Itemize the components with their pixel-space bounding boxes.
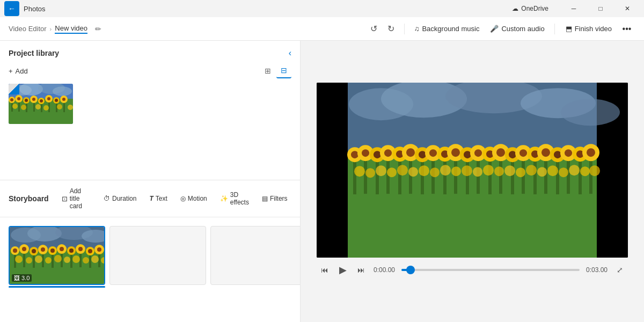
svg-point-162 [387,167,397,177]
svg-rect-93 [353,157,356,194]
add-title-card-label: Add title card [70,187,82,210]
svg-point-36 [68,105,73,110]
svg-point-12 [17,97,20,100]
svg-point-21 [40,99,43,103]
progress-bar[interactable] [401,269,580,271]
svg-point-15 [25,99,28,102]
svg-point-163 [397,165,408,175]
duration-icon: ⏱ [104,195,110,202]
svg-point-171 [483,165,494,175]
skip-back-button[interactable]: ⏮ [317,262,333,278]
bg-music-icon: ♫ [414,25,420,33]
svg-point-159 [354,166,365,177]
duration-label: Duration [112,195,136,202]
library-header: Project library ‹ [0,41,300,63]
svg-point-24 [47,97,50,100]
close-button[interactable]: ✕ [615,0,640,17]
view-toggle: ⊞ ⊟ [260,63,291,78]
svg-point-140 [519,149,527,157]
undo-button[interactable]: ↺ [365,20,383,38]
back-button[interactable]: ← [4,1,19,16]
video-controls: ⏮ ▶ ⏭ 0:00.00 0:03.00 ⤢ [317,258,628,280]
duration-button[interactable]: ⏱ Duration [99,193,141,204]
project-library: Project library ‹ + Add ⊞ ⊟ [0,41,300,180]
collapse-button[interactable]: ‹ [289,48,291,58]
svg-point-172 [494,166,504,176]
separator-2 [554,24,555,34]
story-card-3[interactable] [210,226,300,285]
svg-point-113 [419,151,426,158]
svg-point-175 [526,165,537,175]
custom-audio-icon: 🎤 [490,25,499,33]
svg-point-170 [473,167,482,177]
svg-point-79 [64,257,70,263]
svg-rect-153 [579,156,582,194]
custom-audio-button[interactable]: 🎤 Custom audio [485,23,550,35]
library-toolbar: + Add ⊞ ⊟ [0,63,300,84]
library-content [0,84,300,180]
svg-point-76 [35,255,42,263]
progress-thumb[interactable] [406,266,415,274]
back-icon: ← [8,4,16,13]
svg-point-70 [88,249,92,253]
fullscreen-button[interactable]: ⤢ [612,262,628,278]
right-panel: ⏮ ▶ ⏭ 0:00.00 0:03.00 ⤢ [301,41,644,322]
svg-point-178 [559,167,568,177]
svg-point-30 [62,98,65,101]
svg-point-168 [451,166,461,176]
effects-button[interactable]: ✨ 3D effects [216,189,253,208]
svg-point-134 [496,148,505,157]
add-title-card-button[interactable]: ⊡ Add title card [57,186,86,211]
background-music-button[interactable]: ♫ Background music [409,23,485,35]
svg-point-160 [365,168,375,178]
media-thumbnail[interactable] [9,84,73,124]
effects-label: 3D effects [230,191,249,206]
svg-point-82 [91,255,99,263]
svg-rect-147 [556,157,559,194]
svg-point-128 [474,149,482,157]
breadcrumb-parent[interactable]: Video Editor [9,25,47,33]
edit-title-icon[interactable]: ✏ [95,25,101,33]
redo-button[interactable]: ↻ [383,20,400,38]
svg-point-164 [408,167,418,177]
commandbar: Video Editor › New video ✏ ↺ ↻ ♫ Backgro… [0,17,644,41]
svg-point-181 [589,165,600,176]
finish-video-button[interactable]: ⬒ Finish video [559,22,618,35]
app-title: Photos [24,5,45,13]
step-forward-button[interactable]: ⏭ [353,262,369,278]
svg-point-95 [351,151,358,158]
svg-point-35 [57,104,62,109]
svg-point-46 [13,248,17,253]
svg-point-101 [374,151,381,158]
svg-point-104 [384,149,392,157]
story-card-2[interactable] [109,226,206,285]
svg-point-49 [22,247,26,251]
svg-point-58 [50,248,55,253]
filters-button[interactable]: ▤ Filters [258,193,292,204]
play-button[interactable]: ▶ [335,262,351,278]
add-media-button[interactable]: + Add [9,67,28,75]
svg-point-146 [541,148,550,157]
svg-point-34 [43,105,49,111]
svg-point-158 [587,148,595,157]
separator-1 [404,24,405,34]
motion-button[interactable]: ◎ Motion [176,193,211,204]
minimize-button[interactable]: ─ [561,0,586,17]
view-grid-button[interactable]: ⊞ [260,63,275,78]
preview-image [317,83,628,258]
view-list-button[interactable]: ⊟ [276,63,291,78]
finish-icon: ⬒ [566,25,572,33]
maximize-button[interactable]: □ [588,0,613,17]
library-title: Project library [9,49,59,57]
svg-point-180 [580,166,590,176]
video-container [317,83,628,258]
svg-point-75 [26,257,32,264]
add-label: Add [16,67,28,75]
svg-point-73 [97,247,101,252]
more-options-button[interactable]: ••• [618,20,635,38]
story-card-1[interactable]: 🖼 3.0 [9,226,105,288]
finish-label: Finish video [575,25,612,33]
story-card-media-1[interactable]: 🖼 3.0 [9,226,105,285]
text-button[interactable]: T Text [145,193,171,204]
add-icon: + [9,67,13,75]
